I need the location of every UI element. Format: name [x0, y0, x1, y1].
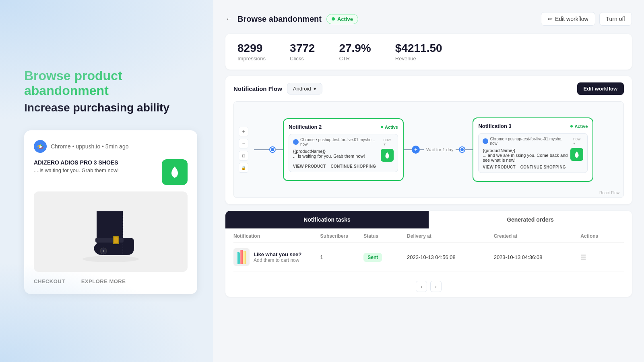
- chevron-down-icon: ▾: [314, 86, 316, 92]
- notif-sub: Add them to cart now: [254, 257, 301, 263]
- right-panel: ← Browse abandonment Active ✏ Edit workf…: [213, 0, 644, 362]
- platform-selector[interactable]: Android ▾: [287, 83, 322, 95]
- platform-label: Android: [293, 86, 311, 92]
- notif-icon-green: [162, 159, 188, 185]
- impressions-value: 8299: [237, 42, 266, 55]
- notif2-line1: {{productName}}: [293, 149, 365, 154]
- notif2-chrome-meta: Chrome • pushup-test-for-live-01.mysho..…: [300, 138, 381, 146]
- edit-flow-button[interactable]: Edit workflow: [577, 82, 624, 95]
- mini-chrome-icon-3: [483, 138, 488, 144]
- th-actions: Actions: [580, 233, 624, 239]
- ctr-value: 27.9%: [339, 42, 371, 55]
- svg-rect-11: [237, 252, 238, 264]
- notif2-active-dot: [381, 126, 383, 128]
- th-notification: Notification: [233, 233, 320, 239]
- stat-impressions: 8299 Impressions: [237, 42, 266, 62]
- chrome-icon: [34, 140, 47, 153]
- clicks-value: 3772: [290, 42, 315, 55]
- td-status: Sent: [363, 254, 407, 260]
- turn-off-button[interactable]: Turn off: [599, 12, 632, 26]
- svg-rect-6: [114, 237, 118, 243]
- page-header: ← Browse abandonment Active ✏ Edit workf…: [225, 12, 632, 26]
- notif3-active-dot: [570, 125, 573, 128]
- table-container: Notification Subscribers Status Delivery…: [225, 228, 632, 276]
- product-thumbnail: [233, 248, 250, 266]
- product-desc: ....is waiting for you. Grab them now!: [34, 167, 119, 173]
- flow-canvas: + − ⊡ 🔒 Notification 2: [233, 101, 624, 198]
- back-button[interactable]: ←: [225, 15, 233, 23]
- notif3-line2: ... and we are missing you. Come back an…: [483, 153, 570, 162]
- svg-rect-13: [243, 251, 245, 264]
- tabs-section: Notification tasks Generated orders Noti…: [225, 211, 632, 297]
- entry-dot: [270, 147, 275, 152]
- zoom-out-button[interactable]: −: [239, 139, 248, 148]
- page-title: Browse abandonment: [237, 14, 322, 24]
- notif3-preview: Chrome • pushup-test-for-live-01.mysho..…: [478, 133, 588, 173]
- td-notification: Like what you see? Add them to cart now: [233, 248, 320, 266]
- prev-page-button[interactable]: ‹: [416, 281, 427, 292]
- th-status: Status: [363, 233, 407, 239]
- svg-rect-2: [173, 175, 176, 177]
- notif2-action2: CONTINUE SHOPPING: [330, 164, 376, 169]
- stats-bar: 8299 Impressions 3772 Clicks 27.9% CTR $…: [225, 34, 632, 70]
- product-name: ADIZERO ADIOS PRO 3 SHOES: [34, 159, 119, 166]
- stat-revenue: $4211.50 Revenue: [395, 42, 442, 62]
- connector-dot: [460, 147, 464, 152]
- clicks-label: Clicks: [290, 56, 315, 62]
- notif2-status-label: Active: [385, 125, 398, 130]
- stat-clicks: 3772 Clicks: [290, 42, 315, 62]
- notif3-line1: {{productName}}: [483, 148, 570, 153]
- notif3-title: Notification 3: [478, 123, 511, 129]
- notif-name: Like what you see?: [254, 251, 301, 257]
- wait-label: Wait for 1 day: [424, 147, 456, 152]
- entry-connector: [254, 147, 283, 152]
- notif3-icon: [570, 148, 583, 161]
- tab-generated-orders[interactable]: Generated orders: [429, 211, 632, 228]
- revenue-label: Revenue: [395, 56, 442, 62]
- td-actions[interactable]: ☰: [580, 253, 624, 261]
- pagination: ‹ ›: [225, 276, 632, 297]
- actions-icon[interactable]: ☰: [580, 254, 586, 261]
- notification-preview: Chrome • uppush.io • 5min ago ADIZERO AD…: [24, 130, 197, 294]
- th-created: Created at: [494, 233, 581, 239]
- notif3-action1: VIEW PRODUCT: [483, 165, 515, 169]
- flow-nodes: Notification 2 Active Chrome • pushup-te…: [234, 102, 623, 197]
- ctr-label: CTR: [339, 56, 371, 62]
- edit-icon: ✏: [548, 16, 553, 22]
- active-label: Active: [337, 16, 353, 22]
- status-badge: Sent: [363, 253, 382, 262]
- active-badge: Active: [326, 14, 358, 24]
- card-connector: + Wait for 1 day: [404, 146, 473, 154]
- notif2-icon: [381, 149, 394, 162]
- notif3-status-label: Active: [574, 124, 588, 129]
- product-image-area: [34, 191, 188, 272]
- notif2-line2: ... is waiting for you. Grab them now!: [293, 154, 365, 158]
- add-node-button[interactable]: +: [412, 146, 420, 154]
- flow-controls: + − ⊡ 🔒: [239, 127, 248, 173]
- tab-notification-tasks[interactable]: Notification tasks: [225, 211, 429, 228]
- zoom-in-button[interactable]: +: [239, 127, 248, 136]
- notif3-action2: CONTINUE SHOPPING: [520, 165, 566, 169]
- stat-ctr: 27.9% CTR: [339, 42, 371, 62]
- table-header: Notification Subscribers Status Delivery…: [233, 228, 624, 243]
- th-delivery: Delivery at: [407, 233, 494, 239]
- notification-2-card[interactable]: Notification 2 Active Chrome • pushup-te…: [283, 118, 404, 181]
- notif-meta: Chrome • uppush.io • 5min ago: [51, 143, 128, 150]
- lock-button[interactable]: 🔒: [239, 163, 248, 173]
- notif2-preview: Chrome • pushup-test-for-live-01.mysho..…: [289, 134, 398, 172]
- notif2-status-badge: Active: [381, 125, 398, 130]
- notif3-status-badge: Active: [570, 124, 588, 129]
- next-page-button[interactable]: ›: [430, 281, 442, 292]
- left-panel: Browse product abandonment Increase purc…: [0, 0, 213, 362]
- impressions-label: Impressions: [237, 56, 266, 62]
- flow-title: Notification Flow: [233, 85, 282, 92]
- notification-3-card[interactable]: Notification 3 Active Chrome • pushup-te…: [473, 117, 593, 182]
- svg-point-3: [83, 256, 139, 262]
- flow-section: Notification Flow Android ▾ Edit workflo…: [225, 76, 632, 204]
- svg-rect-4: [95, 238, 124, 243]
- revenue-value: $4211.50: [395, 42, 442, 55]
- notif3-chrome-meta: Chrome • pushup-test-for-live-01.mysho..…: [490, 137, 571, 146]
- edit-workflow-button[interactable]: ✏ Edit workflow: [541, 12, 595, 26]
- tabs-header: Notification tasks Generated orders: [225, 211, 632, 228]
- fit-view-button[interactable]: ⊡: [239, 151, 248, 160]
